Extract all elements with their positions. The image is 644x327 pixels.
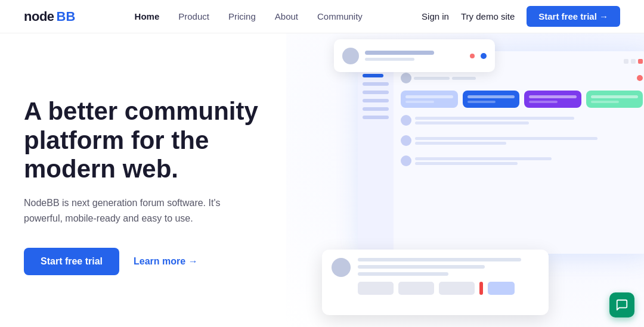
floating-card-bottom [322,250,549,315]
list-lines-1 [415,117,643,124]
hero-title: A better community platform for the mode… [24,97,286,183]
card-line-f [529,101,558,103]
nav-item-pricing[interactable]: Pricing [228,11,256,22]
list-lines-3 [415,157,643,165]
hero-buttons: Start free trial Learn more → [24,248,322,275]
start-trial-button[interactable]: Start free trial [24,248,119,275]
mockup-tag-1 [401,73,411,83]
mockup-content: nodeBB [394,51,644,254]
sidebar-item-3 [363,91,389,94]
navbar: nodeBB Home Product Pricing About Commun… [0,0,644,33]
bottom-line-3 [358,272,448,276]
nav-link-home[interactable]: Home [135,11,160,21]
mockup-tb-btn3 [638,59,643,64]
list-dot-2 [401,135,411,146]
bottom-btn-gray-3 [439,282,475,295]
list-lines-2 [415,137,643,145]
card-line-1 [365,51,434,55]
mockup-tags-row [401,73,643,83]
mockup-red-dot [637,75,643,81]
list-line-1a [415,117,574,120]
card-line-g [591,95,639,98]
bottom-btn-gray-1 [358,282,394,295]
list-line-3b [415,162,518,165]
mockup-card-purple [524,91,581,108]
bottom-btn-red [479,282,483,295]
hero-section: A better community platform for the mode… [0,33,644,327]
start-trial-button-nav[interactable]: Start free trial → [527,6,620,27]
logo: nodeBB [24,9,75,24]
hero-subtitle: NodeBB is next generation forum software… [24,195,250,226]
nav-item-about[interactable]: About [275,11,298,22]
nav-link-community[interactable]: Community [317,11,363,21]
navbar-actions: Sign in Try demo site Start free trial → [422,6,620,27]
main-nav: Home Product Pricing About Community [135,11,363,22]
mockup-tb-btn2 [631,59,636,64]
floating-card-top [334,39,495,72]
card-bottom-buttons [358,282,539,295]
nav-link-product[interactable]: Product [178,11,209,21]
mockup-list-item-1 [401,113,643,128]
bottom-btn-blue [488,282,515,295]
chat-widget[interactable] [609,292,634,317]
chat-icon [615,298,628,312]
bottom-line-1 [358,258,521,261]
mockup-cards-row [401,91,643,108]
logo-bb-text: BB [57,9,76,24]
card-line-h [591,101,620,103]
learn-more-button[interactable]: Learn more → [134,256,198,267]
nav-link-pricing[interactable]: Pricing [228,11,256,21]
nav-item-community[interactable]: Community [317,11,363,22]
mockup-card-blue-mid [463,91,520,108]
card-line-d [467,101,496,103]
card-bottom-content [358,258,539,295]
sidebar-item-6 [363,116,389,119]
sidebar-item-4 [363,99,389,102]
signin-button[interactable]: Sign in [422,11,449,21]
avatar-top [342,48,359,64]
card-red-dot [470,54,475,58]
list-dot-1 [401,115,411,126]
avatar-bottom [332,258,351,277]
card-line-b [405,101,434,103]
mockup-list-item-3 [401,153,643,169]
mockup-card-blue-light [401,91,458,108]
card-line-a [405,95,453,98]
mockup-card-green [586,91,643,108]
list-line-2a [415,137,597,140]
bottom-line-2 [358,265,485,269]
card-line-c [467,95,515,98]
ui-mockup-main: nodeBB [358,51,644,254]
sidebar-item-2 [363,82,389,86]
nav-link-about[interactable]: About [275,11,298,21]
mockup-tag-line2 [452,77,476,80]
nav-item-product[interactable]: Product [178,11,209,22]
mockup-tb-btn1 [624,59,628,64]
list-dot-3 [401,155,411,166]
list-line-1b [415,122,529,124]
mockup-list-item-2 [401,133,643,148]
hero-right: nodeBB [322,33,620,327]
sidebar-item-1 [363,74,383,77]
list-line-2b [415,142,506,145]
logo-node-text: node [24,9,54,24]
hero-left: A better community platform for the mode… [24,85,322,275]
card-line-e [529,95,577,98]
bottom-btn-gray-2 [398,282,434,295]
mockup-sidebar [358,51,394,254]
sidebar-item-5 [363,107,389,111]
list-line-3a [415,157,552,160]
card-line-2 [365,58,414,61]
card-blue-dot [481,53,487,59]
demo-button[interactable]: Try demo site [461,11,515,21]
mockup-tag-line [414,77,450,80]
nav-item-home[interactable]: Home [135,11,160,22]
card-top-lines [365,51,464,61]
